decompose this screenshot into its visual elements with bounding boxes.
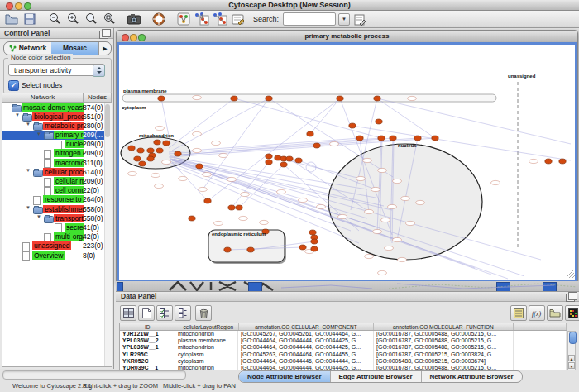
- tree-row[interactable]: nitrogen compo209(0): [2, 149, 111, 158]
- tree-row[interactable]: macromolecule311(0): [2, 158, 111, 167]
- table-cell[interactable]: [GO:0045263, GO:0044464, GO:0044455, G..…: [238, 351, 374, 358]
- tree-item-label[interactable]: secretion: [65, 223, 84, 232]
- tree-row[interactable]: cellular metabo209(0): [2, 177, 111, 186]
- tree-expander-icon[interactable]: ▼: [15, 112, 20, 117]
- combo-stepper-icon[interactable]: [93, 65, 105, 77]
- compartment-plasma-membrane[interactable]: [122, 94, 496, 102]
- tab-network[interactable]: Network: [4, 42, 51, 55]
- tree-item-label[interactable]: response to stimul: [43, 195, 84, 203]
- tree-row[interactable]: ▼cellular process614(0): [2, 167, 111, 176]
- selected-gene-node[interactable]: [236, 205, 242, 210]
- selected-gene-node[interactable]: [266, 154, 272, 159]
- selected-gene-node[interactable]: [311, 239, 318, 244]
- tree-row[interactable]: response to stimul264(0): [2, 195, 111, 204]
- gene-node[interactable]: [193, 148, 202, 152]
- table-cell[interactable]: YJR121W__1: [120, 331, 175, 337]
- gene-node[interactable]: [156, 126, 165, 130]
- tree-item-label[interactable]: Overview: [32, 251, 65, 260]
- table-cell[interactable]: cytoplasm: [175, 358, 238, 365]
- table-cell[interactable]: [514, 344, 567, 351]
- tree-item-label[interactable]: cellular process: [43, 168, 84, 176]
- tree-item-label[interactable]: biological_process: [32, 112, 84, 121]
- tree-header[interactable]: Network Nodes: [2, 93, 112, 103]
- gene-node[interactable]: [128, 171, 137, 175]
- tree-item-label[interactable]: cellular metabo: [54, 177, 84, 185]
- scroll-down-arrow[interactable]: ▼: [568, 362, 575, 369]
- window-titlebar[interactable]: Cytoscape Desktop (New Session): [0, 0, 579, 11]
- load-attributes-icon[interactable]: [547, 305, 563, 321]
- selected-gene-node[interactable]: [295, 158, 302, 163]
- selected-gene-node[interactable]: [156, 148, 163, 153]
- save-icon[interactable]: [22, 12, 38, 26]
- table-cell[interactable]: [514, 351, 567, 358]
- selected-gene-node[interactable]: [376, 119, 382, 124]
- edge[interactable]: [310, 98, 340, 134]
- gene-node[interactable]: [491, 180, 500, 184]
- gene-node[interactable]: [398, 257, 407, 261]
- tree-row[interactable]: ▼transport558(0): [2, 213, 111, 222]
- tab-edge-attribute-browser[interactable]: Edge Attribute Browser: [331, 371, 422, 382]
- tree-expander-icon[interactable]: ▼: [26, 168, 31, 173]
- gene-node[interactable]: [363, 158, 372, 162]
- table-cell[interactable]: mitochondrion: [175, 331, 238, 337]
- table-cell[interactable]: [514, 331, 567, 337]
- gene-node[interactable]: [227, 177, 237, 181]
- tree-item-label[interactable]: macromolecule: [54, 159, 84, 167]
- gene-node[interactable]: [203, 172, 212, 176]
- selected-gene-node[interactable]: [163, 141, 170, 146]
- selected-gene-node[interactable]: [266, 96, 272, 101]
- gene-node[interactable]: [193, 131, 202, 136]
- table-cell[interactable]: [GO:0005488, GO:0005215, GO:0003674]: [374, 358, 514, 365]
- zoom-selected-icon[interactable]: [83, 12, 99, 26]
- selected-gene-node[interactable]: [196, 164, 203, 169]
- selected-gene-node[interactable]: [128, 146, 135, 151]
- selected-gene-node[interactable]: [432, 136, 438, 141]
- table-column-header[interactable]: annotation.GO CELLULAR_COMPONENT: [239, 323, 374, 330]
- edge[interactable]: [377, 98, 571, 144]
- zoom-out-icon[interactable]: [46, 12, 63, 26]
- edge[interactable]: [232, 162, 269, 208]
- formula-icon[interactable]: f(x): [529, 305, 545, 321]
- network-canvas[interactable]: plasma membranecytoplasmmitochondrionnuc…: [119, 45, 575, 280]
- table-cell[interactable]: YKR052C: [120, 358, 175, 365]
- table-cell[interactable]: [GO:0016787, GO:0005488, GO:0005215, G..…: [374, 365, 514, 370]
- selected-gene-node[interactable]: [247, 247, 254, 252]
- delete-attribute-icon[interactable]: [195, 305, 212, 321]
- selected-gene-node[interactable]: [390, 136, 396, 141]
- tree-item-label[interactable]: cell communicat: [54, 186, 84, 194]
- selected-gene-node[interactable]: [309, 230, 316, 235]
- tree-column-nodes[interactable]: Nodes: [84, 93, 111, 102]
- select-attributes-icon[interactable]: [156, 305, 173, 321]
- selected-gene-node[interactable]: [228, 205, 235, 210]
- open-icon[interactable]: [3, 12, 20, 26]
- table-row[interactable]: YLR295Ccytoplasm[GO:0045263, GO:0044464,…: [120, 351, 567, 358]
- table-cell[interactable]: [GO:0016787, GO:0005488, GO:0005215, G..…: [374, 344, 514, 351]
- table-cell[interactable]: cytoplasm: [175, 351, 238, 358]
- gene-node[interactable]: [365, 209, 374, 213]
- matrix-icon[interactable]: [565, 305, 579, 321]
- tree-row[interactable]: ▼biological_process651(0): [2, 112, 111, 121]
- search-input[interactable]: [283, 12, 336, 26]
- gene-node[interactable]: [162, 160, 171, 164]
- selected-gene-node[interactable]: [313, 143, 320, 148]
- tree-scrollbar[interactable]: [104, 103, 112, 366]
- gene-node[interactable]: [378, 168, 387, 172]
- gene-node[interactable]: [299, 198, 308, 202]
- selected-gene-node[interactable]: [311, 246, 318, 251]
- tree-row[interactable]: secretion41(0): [2, 222, 111, 232]
- selected-gene-node[interactable]: [158, 96, 165, 101]
- gene-node[interactable]: [239, 216, 248, 220]
- tree-row[interactable]: ▼metabolic process280(0): [2, 121, 111, 130]
- table-row[interactable]: YKR052Ccytoplasm[GO:0044464, GO:0044446,…: [120, 358, 567, 365]
- snapshot-icon[interactable]: [126, 12, 142, 26]
- table-column-header[interactable]: _cellularLayoutRegion: [175, 323, 238, 330]
- tree-expander-icon[interactable]: ▼: [26, 122, 31, 127]
- gene-node[interactable]: [199, 187, 208, 191]
- table-column-headers[interactable]: ID_cellularLayoutRegionannotation.GO CEL…: [119, 323, 567, 331]
- data-panel-float-icon[interactable]: [566, 294, 575, 302]
- search-options-icon[interactable]: [352, 12, 368, 26]
- gene-node[interactable]: [356, 176, 366, 180]
- selected-gene-node[interactable]: [189, 216, 195, 221]
- tree-item-label[interactable]: metabolic process: [43, 122, 84, 130]
- selected-gene-node[interactable]: [307, 131, 313, 136]
